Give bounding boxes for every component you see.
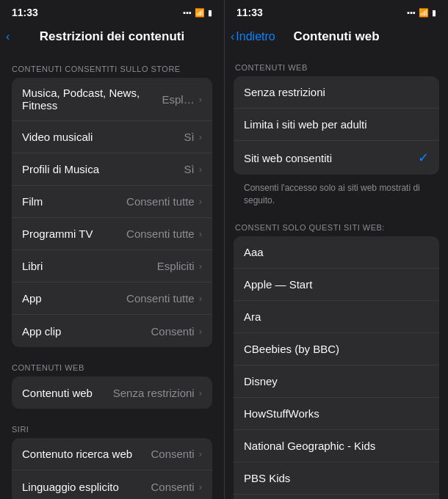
item-right: Consenti › <box>151 325 202 338</box>
chevron-icon: › <box>199 448 202 459</box>
list-item[interactable]: Linguaggio esplicito Consenti › <box>12 470 212 499</box>
list-item[interactable]: Contenuti web Senza restrizioni › <box>12 376 212 409</box>
item-right: Sì › <box>184 131 202 143</box>
right-panel: 11:33 ▪▪▪ 📶 ▮ ‹ Indietro Contenuti web C… <box>224 0 448 499</box>
item-label: Programmi TV <box>22 227 126 240</box>
site-label: Apple — Start <box>244 278 312 291</box>
chevron-icon: › <box>199 326 202 337</box>
web-content-header: CONTENUTI WEB <box>225 54 448 76</box>
back-label: Indietro <box>236 30 275 43</box>
list-item[interactable]: Programmi TV Consenti tutte › <box>12 218 212 250</box>
site-label: PBS Kids <box>244 472 290 484</box>
checkmark-icon: ✓ <box>418 150 429 166</box>
list-item[interactable]: Film Consenti tutte › <box>12 186 212 218</box>
item-label: Contenuti web <box>22 387 113 399</box>
signal-icon: ▪▪▪ <box>407 8 416 17</box>
left-scroll-area: CONTENUTI CONSENTITI SULLO STORE Musica,… <box>0 54 224 499</box>
list-item[interactable]: Musica, Podcast, News, Fitness Espl… › <box>12 78 212 121</box>
item-label: Libri <box>22 260 157 272</box>
list-item[interactable]: Libri Espliciti › <box>12 250 212 283</box>
battery-icon: ▮ <box>432 8 436 18</box>
web-option-item-selected[interactable]: Siti web consentiti ✓ <box>234 141 439 175</box>
option-label: Senza restrizioni <box>244 86 325 98</box>
item-value: Consenti <box>151 325 194 338</box>
chevron-icon: › <box>199 131 202 142</box>
item-right: Consenti › <box>151 481 202 493</box>
option-label: Limita i siti web per adulti <box>244 118 367 131</box>
item-label: Linguaggio esplicito <box>22 481 151 493</box>
site-item[interactable]: Apple — Start <box>234 269 439 301</box>
item-label: Video musicali <box>22 131 184 143</box>
site-item[interactable]: Aaa <box>234 236 439 269</box>
back-button-left[interactable]: ‹ <box>6 30 10 43</box>
page-title-right: Contenuti web <box>293 29 379 44</box>
wifi-icon: 📶 <box>419 8 429 18</box>
site-label: HowStuffWorks <box>244 407 319 420</box>
site-label: National Geographic - Kids <box>244 440 375 452</box>
chevron-icon: › <box>199 164 202 175</box>
site-item[interactable]: Disney <box>234 365 439 398</box>
item-label: App <box>22 292 126 305</box>
site-item[interactable]: Scholastic.com <box>234 495 439 499</box>
item-value: Consenti <box>151 481 194 493</box>
chevron-left-icon: ‹ <box>6 30 10 43</box>
siri-list: Contenuto ricerca web Consenti › Linguag… <box>12 438 212 499</box>
site-item[interactable]: PBS Kids <box>234 462 439 495</box>
item-value: Consenti tutte <box>126 292 195 305</box>
item-right: Espl… › <box>162 93 202 106</box>
list-item[interactable]: App clip Consenti › <box>12 315 212 347</box>
chevron-icon: › <box>199 196 202 207</box>
site-item[interactable]: CBeebies (by BBC) <box>234 333 439 365</box>
item-right: Sì › <box>184 163 202 175</box>
web-option-item[interactable]: Limita i siti web per adulti <box>234 109 439 141</box>
time-left: 11:33 <box>12 7 38 18</box>
battery-icon: ▮ <box>208 8 212 18</box>
chevron-icon: › <box>199 94 202 105</box>
status-bar-right: 11:33 ▪▪▪ 📶 ▮ <box>225 0 448 22</box>
wifi-icon: 📶 <box>195 8 205 18</box>
item-value: Consenti tutte <box>126 195 195 208</box>
item-right: Consenti tutte › <box>126 195 202 208</box>
status-icons-right: ▪▪▪ 📶 ▮ <box>407 8 436 18</box>
site-label: CBeebies (by BBC) <box>244 343 339 355</box>
store-list: Musica, Podcast, News, Fitness Espl… › V… <box>12 78 212 347</box>
nav-bar-right: ‹ Indietro Contenuti web <box>225 22 448 54</box>
item-label: Profili di Musica <box>22 163 184 175</box>
item-label: Film <box>22 195 126 208</box>
chevron-icon: › <box>199 481 202 492</box>
chevron-icon: › <box>199 228 202 239</box>
item-value: Sì <box>184 131 194 143</box>
web-options-list: Senza restrizioni Limita i siti web per … <box>234 76 439 175</box>
item-value: Consenti tutte <box>126 227 195 240</box>
site-item[interactable]: HowStuffWorks <box>234 398 439 430</box>
list-item[interactable]: Video musicali Sì › <box>12 121 212 153</box>
section-header-store: CONTENUTI CONSENTITI SULLO STORE <box>0 54 224 78</box>
list-item[interactable]: App Consenti tutte › <box>12 283 212 315</box>
sites-list: Aaa Apple — Start Ara CBeebies (by BBC) … <box>234 236 439 499</box>
list-item[interactable]: Contenuto ricerca web Consenti › <box>12 438 212 470</box>
item-right: Senza restrizioni › <box>113 387 202 399</box>
item-value: Sì <box>184 163 194 175</box>
right-scroll-area: CONTENUTI WEB Senza restrizioni Limita i… <box>225 54 448 499</box>
item-label: App clip <box>22 325 151 338</box>
back-button-right[interactable]: ‹ Indietro <box>231 30 275 43</box>
section-header-web: CONTENUTI WEB <box>0 353 224 376</box>
item-label: Musica, Podcast, News, Fitness <box>22 87 162 112</box>
site-item[interactable]: National Geographic - Kids <box>234 430 439 462</box>
web-option-item[interactable]: Senza restrizioni <box>234 76 439 109</box>
time-right: 11:33 <box>236 7 263 18</box>
info-text: Consenti l'accesso solo ai siti web most… <box>234 178 439 214</box>
item-value: Espliciti <box>157 260 195 272</box>
item-right: Consenti tutte › <box>126 292 202 305</box>
chevron-icon: › <box>199 293 202 304</box>
section-header-siri: SIRI <box>0 415 224 438</box>
item-right: Consenti tutte › <box>126 227 202 240</box>
signal-icon: ▪▪▪ <box>183 8 192 17</box>
site-item[interactable]: Ara <box>234 301 439 333</box>
chevron-icon: › <box>199 261 202 272</box>
status-bar-left: 11:33 ▪▪▪ 📶 ▮ <box>0 0 224 22</box>
list-item[interactable]: Profili di Musica Sì › <box>12 153 212 186</box>
site-label: Disney <box>244 375 278 387</box>
left-panel: 11:33 ▪▪▪ 📶 ▮ ‹ Restrizioni dei contenut… <box>0 0 224 499</box>
item-right: Espliciti › <box>157 260 202 272</box>
